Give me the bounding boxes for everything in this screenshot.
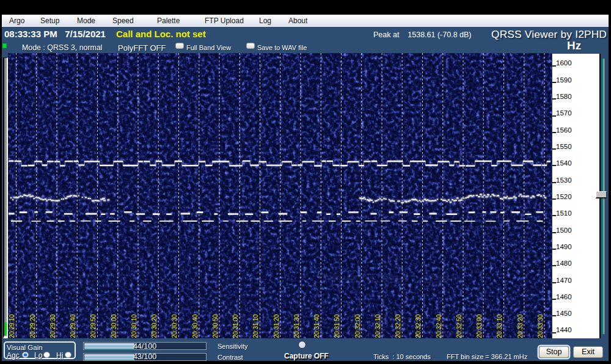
svg-text:20:32:50: 20:32:50 xyxy=(456,314,463,338)
svg-text:20:30:20: 20:30:20 xyxy=(151,314,158,338)
svg-text:20:32:20: 20:32:20 xyxy=(395,314,401,338)
svg-text:20:30:00: 20:30:00 xyxy=(111,314,117,338)
svg-text:20:29:20: 20:29:20 xyxy=(29,314,36,338)
svg-text:20:33:00: 20:33:00 xyxy=(476,314,483,338)
svg-text:20:32:10: 20:32:10 xyxy=(375,314,381,338)
svg-text:20:29:50: 20:29:50 xyxy=(90,314,97,338)
svg-text:20:31:00: 20:31:00 xyxy=(232,314,239,338)
svg-text:20:31:50: 20:31:50 xyxy=(334,314,340,338)
svg-text:20:31:20: 20:31:20 xyxy=(273,314,280,338)
svg-text:20:29:40: 20:29:40 xyxy=(70,314,76,338)
svg-text:20:32:30: 20:32:30 xyxy=(415,314,422,338)
svg-text:20:29:30: 20:29:30 xyxy=(49,314,56,338)
svg-text:20:30:40: 20:30:40 xyxy=(192,314,199,338)
svg-text:20:30:50: 20:30:50 xyxy=(212,314,219,338)
svg-text:20:33:30: 20:33:30 xyxy=(537,314,544,338)
svg-text:20:29:10: 20:29:10 xyxy=(9,314,15,338)
svg-text:20:30:10: 20:30:10 xyxy=(131,314,137,338)
svg-text:20:33:20: 20:33:20 xyxy=(517,314,524,338)
svg-text:20:31:40: 20:31:40 xyxy=(313,314,320,338)
svg-text:20:31:30: 20:31:30 xyxy=(293,314,300,338)
svg-text:20:31:10: 20:31:10 xyxy=(252,314,259,338)
svg-text:20:30:30: 20:30:30 xyxy=(171,314,178,338)
svg-text:20:32:40: 20:32:40 xyxy=(436,314,442,338)
svg-text:20:32:00: 20:32:00 xyxy=(354,314,361,338)
svg-text:20:33:10: 20:33:10 xyxy=(496,314,503,338)
